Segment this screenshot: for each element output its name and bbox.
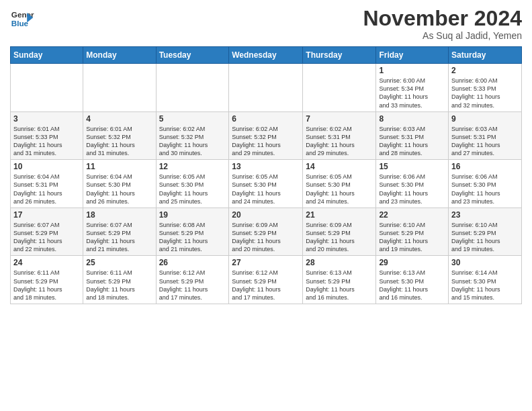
day-number: 11 xyxy=(86,162,152,171)
weekday-monday: Monday xyxy=(83,47,156,64)
calendar-cell: 2Sunrise: 6:00 AM Sunset: 5:33 PM Daylig… xyxy=(449,64,522,112)
calendar-cell: 8Sunrise: 6:03 AM Sunset: 5:31 PM Daylig… xyxy=(376,111,449,160)
day-info: Sunrise: 6:09 AM Sunset: 5:29 PM Dayligh… xyxy=(306,221,373,254)
day-number: 27 xyxy=(232,258,300,267)
calendar-cell xyxy=(229,64,303,112)
day-info: Sunrise: 6:10 AM Sunset: 5:29 PM Dayligh… xyxy=(379,221,445,254)
month-title: November 2024 xyxy=(363,7,522,30)
calendar-cell: 12Sunrise: 6:05 AM Sunset: 5:30 PM Dayli… xyxy=(156,160,229,208)
day-number: 18 xyxy=(86,210,152,220)
day-number: 10 xyxy=(13,162,80,171)
day-number: 4 xyxy=(86,114,152,124)
day-info: Sunrise: 6:14 AM Sunset: 5:30 PM Dayligh… xyxy=(451,269,519,302)
day-info: Sunrise: 6:04 AM Sunset: 5:30 PM Dayligh… xyxy=(86,173,152,205)
calendar-cell xyxy=(83,64,156,112)
calendar-cell: 10Sunrise: 6:04 AM Sunset: 5:31 PM Dayli… xyxy=(11,160,83,208)
calendar-cell: 16Sunrise: 6:06 AM Sunset: 5:30 PM Dayli… xyxy=(449,160,522,208)
calendar-cell: 29Sunrise: 6:13 AM Sunset: 5:30 PM Dayli… xyxy=(376,256,449,304)
day-number: 1 xyxy=(379,66,445,75)
day-info: Sunrise: 6:04 AM Sunset: 5:31 PM Dayligh… xyxy=(13,173,80,205)
day-info: Sunrise: 6:12 AM Sunset: 5:29 PM Dayligh… xyxy=(232,269,300,302)
weekday-wednesday: Wednesday xyxy=(229,47,303,64)
calendar-cell: 3Sunrise: 6:01 AM Sunset: 5:33 PM Daylig… xyxy=(11,111,83,160)
day-info: Sunrise: 6:09 AM Sunset: 5:29 PM Dayligh… xyxy=(232,221,300,254)
day-info: Sunrise: 6:07 AM Sunset: 5:29 PM Dayligh… xyxy=(86,221,152,254)
weekday-friday: Friday xyxy=(376,47,449,64)
calendar-cell xyxy=(156,64,229,112)
svg-text:Blue: Blue xyxy=(11,19,29,28)
day-number: 14 xyxy=(306,162,373,171)
weekday-sunday: Sunday xyxy=(11,47,83,64)
calendar-cell: 25Sunrise: 6:11 AM Sunset: 5:29 PM Dayli… xyxy=(83,256,156,304)
day-info: Sunrise: 6:01 AM Sunset: 5:32 PM Dayligh… xyxy=(86,125,152,158)
calendar-cell xyxy=(303,64,376,112)
calendar-table: SundayMondayTuesdayWednesdayThursdayFrid… xyxy=(10,46,522,304)
page: General Blue November 2024 As Suq al Jad… xyxy=(0,0,532,311)
day-number: 5 xyxy=(159,114,226,124)
day-info: Sunrise: 6:02 AM Sunset: 5:31 PM Dayligh… xyxy=(306,125,373,158)
location-subtitle: As Suq al Jadid, Yemen xyxy=(363,30,522,41)
weekday-header-row: SundayMondayTuesdayWednesdayThursdayFrid… xyxy=(11,47,522,64)
day-number: 19 xyxy=(159,210,226,220)
title-block: November 2024 As Suq al Jadid, Yemen xyxy=(363,7,522,41)
header: General Blue November 2024 As Suq al Jad… xyxy=(10,7,522,41)
day-info: Sunrise: 6:06 AM Sunset: 5:30 PM Dayligh… xyxy=(451,173,519,205)
day-info: Sunrise: 6:05 AM Sunset: 5:30 PM Dayligh… xyxy=(232,173,300,205)
calendar-cell: 5Sunrise: 6:02 AM Sunset: 5:32 PM Daylig… xyxy=(156,111,229,160)
calendar-cell: 27Sunrise: 6:12 AM Sunset: 5:29 PM Dayli… xyxy=(229,256,303,304)
day-info: Sunrise: 6:00 AM Sunset: 5:33 PM Dayligh… xyxy=(451,77,519,109)
day-info: Sunrise: 6:12 AM Sunset: 5:29 PM Dayligh… xyxy=(159,269,226,302)
calendar-week-4: 24Sunrise: 6:11 AM Sunset: 5:29 PM Dayli… xyxy=(11,256,522,304)
calendar-cell: 23Sunrise: 6:10 AM Sunset: 5:29 PM Dayli… xyxy=(449,208,522,256)
calendar-week-0: 1Sunrise: 6:00 AM Sunset: 5:34 PM Daylig… xyxy=(11,64,522,112)
day-number: 7 xyxy=(306,114,373,124)
day-info: Sunrise: 6:11 AM Sunset: 5:29 PM Dayligh… xyxy=(13,269,80,302)
day-info: Sunrise: 6:00 AM Sunset: 5:34 PM Dayligh… xyxy=(379,77,445,109)
day-number: 3 xyxy=(13,114,80,124)
calendar-week-1: 3Sunrise: 6:01 AM Sunset: 5:33 PM Daylig… xyxy=(11,111,522,160)
day-info: Sunrise: 6:05 AM Sunset: 5:30 PM Dayligh… xyxy=(306,173,373,205)
day-number: 22 xyxy=(379,210,445,220)
day-number: 2 xyxy=(451,66,519,75)
calendar-cell: 6Sunrise: 6:02 AM Sunset: 5:32 PM Daylig… xyxy=(229,111,303,160)
day-number: 15 xyxy=(379,162,445,171)
day-info: Sunrise: 6:10 AM Sunset: 5:29 PM Dayligh… xyxy=(451,221,519,254)
day-number: 12 xyxy=(159,162,226,171)
day-info: Sunrise: 6:13 AM Sunset: 5:30 PM Dayligh… xyxy=(379,269,445,302)
calendar-cell: 22Sunrise: 6:10 AM Sunset: 5:29 PM Dayli… xyxy=(376,208,449,256)
calendar-cell: 28Sunrise: 6:13 AM Sunset: 5:29 PM Dayli… xyxy=(303,256,376,304)
calendar-cell: 1Sunrise: 6:00 AM Sunset: 5:34 PM Daylig… xyxy=(376,64,449,112)
weekday-thursday: Thursday xyxy=(303,47,376,64)
calendar-cell: 15Sunrise: 6:06 AM Sunset: 5:30 PM Dayli… xyxy=(376,160,449,208)
day-info: Sunrise: 6:07 AM Sunset: 5:29 PM Dayligh… xyxy=(13,221,80,254)
calendar-cell: 7Sunrise: 6:02 AM Sunset: 5:31 PM Daylig… xyxy=(303,111,376,160)
day-number: 17 xyxy=(13,210,80,220)
day-info: Sunrise: 6:08 AM Sunset: 5:29 PM Dayligh… xyxy=(159,221,226,254)
logo-icon: General Blue xyxy=(10,7,34,31)
weekday-tuesday: Tuesday xyxy=(156,47,229,64)
day-number: 29 xyxy=(379,258,445,267)
calendar-cell: 14Sunrise: 6:05 AM Sunset: 5:30 PM Dayli… xyxy=(303,160,376,208)
day-info: Sunrise: 6:13 AM Sunset: 5:29 PM Dayligh… xyxy=(306,269,373,302)
day-number: 26 xyxy=(159,258,226,267)
calendar-cell: 19Sunrise: 6:08 AM Sunset: 5:29 PM Dayli… xyxy=(156,208,229,256)
day-info: Sunrise: 6:06 AM Sunset: 5:30 PM Dayligh… xyxy=(379,173,445,205)
calendar-cell: 4Sunrise: 6:01 AM Sunset: 5:32 PM Daylig… xyxy=(83,111,156,160)
logo: General Blue xyxy=(10,7,34,31)
calendar-cell: 21Sunrise: 6:09 AM Sunset: 5:29 PM Dayli… xyxy=(303,208,376,256)
day-info: Sunrise: 6:01 AM Sunset: 5:33 PM Dayligh… xyxy=(13,125,80,158)
calendar-week-2: 10Sunrise: 6:04 AM Sunset: 5:31 PM Dayli… xyxy=(11,160,522,208)
day-info: Sunrise: 6:03 AM Sunset: 5:31 PM Dayligh… xyxy=(379,125,445,158)
calendar-cell: 11Sunrise: 6:04 AM Sunset: 5:30 PM Dayli… xyxy=(83,160,156,208)
day-number: 20 xyxy=(232,210,300,220)
calendar-week-3: 17Sunrise: 6:07 AM Sunset: 5:29 PM Dayli… xyxy=(11,208,522,256)
calendar-cell: 26Sunrise: 6:12 AM Sunset: 5:29 PM Dayli… xyxy=(156,256,229,304)
calendar-cell: 9Sunrise: 6:03 AM Sunset: 5:31 PM Daylig… xyxy=(449,111,522,160)
day-number: 21 xyxy=(306,210,373,220)
day-info: Sunrise: 6:03 AM Sunset: 5:31 PM Dayligh… xyxy=(451,125,519,158)
calendar-cell: 30Sunrise: 6:14 AM Sunset: 5:30 PM Dayli… xyxy=(449,256,522,304)
calendar-cell: 18Sunrise: 6:07 AM Sunset: 5:29 PM Dayli… xyxy=(83,208,156,256)
calendar-cell: 20Sunrise: 6:09 AM Sunset: 5:29 PM Dayli… xyxy=(229,208,303,256)
day-number: 28 xyxy=(306,258,373,267)
day-number: 25 xyxy=(86,258,152,267)
